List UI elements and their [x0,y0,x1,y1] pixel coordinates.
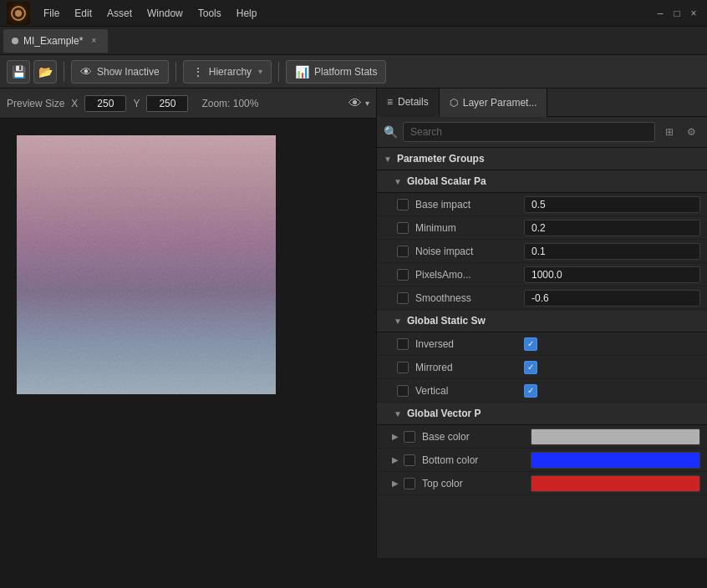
bottom-color-label: Bottom color [422,454,531,466]
preview-y-input[interactable] [146,95,188,112]
noise-impact-label: Noise impact [415,246,524,257]
property-row-pixels-amount: PixelsAmo... 1000.0 [377,263,707,286]
noise-impact-value[interactable]: 0.1 [524,243,700,260]
vertical-value-checkbox[interactable] [524,384,537,398]
top-color-checkbox[interactable] [404,478,415,489]
minimum-checkbox[interactable] [397,222,409,234]
show-inactive-label: Show Inactive [97,66,160,78]
section-global-vector[interactable]: ▼ Global Vector P [377,403,707,425]
menu-tools[interactable]: Tools [191,6,228,21]
top-color-label: Top color [422,478,531,489]
smoothness-value[interactable]: -0.6 [524,290,700,307]
menu-window[interactable]: Window [140,6,190,21]
tab-layer-params[interactable]: ⬡ Layer Paramet... [440,89,548,117]
bottom-color-swatch[interactable] [531,452,700,469]
menu-file[interactable]: File [37,6,66,21]
bottom-color-expand-button[interactable]: ▶ [390,455,400,465]
property-row-smoothness: Smoothness -0.6 [377,286,707,310]
inversed-label: Inversed [415,338,524,350]
menu-edit[interactable]: Edit [68,6,99,21]
search-icons: ⊞ ⚙ [660,123,700,141]
maximize-button[interactable]: □ [670,7,684,20]
mirrored-checkbox[interactable] [397,362,409,373]
menu-help[interactable]: Help [230,6,264,21]
top-color-expand-button[interactable]: ▶ [390,479,400,489]
global-scalar-arrow-icon: ▼ [394,177,402,186]
base-color-swatch[interactable] [531,428,700,445]
minimum-label: Minimum [415,222,524,234]
global-static-arrow-icon: ▼ [394,317,402,326]
base-color-checkbox[interactable] [404,431,415,443]
search-input[interactable] [403,122,655,142]
view-toggle-button[interactable]: ⊞ [660,123,679,141]
properties-scroll[interactable]: ▼ Parameter Groups ▼ Global Scalar Pa Ba… [377,148,707,558]
section-parameter-groups[interactable]: ▼ Parameter Groups [377,148,707,170]
minimum-value[interactable]: 0.2 [524,220,700,236]
title-bar-controls: – □ × [654,7,700,20]
mirrored-label: Mirrored [415,362,524,373]
noise-impact-text: 0.1 [532,246,693,257]
search-icon: 🔍 [384,125,398,139]
property-row-bottom-color: ▶ Bottom color [377,449,707,472]
section-arrow-icon: ▼ [384,155,392,164]
preview-canvas [0,119,376,558]
section-global-static[interactable]: ▼ Global Static Sw [377,310,707,332]
hierarchy-button[interactable]: ⋮ Hierarchy ▾ [183,60,272,84]
global-scalar-label: Global Scalar Pa [407,175,486,187]
base-color-expand-button[interactable]: ▶ [390,432,400,442]
bottom-color-checkbox[interactable] [404,454,415,466]
minimize-button[interactable]: – [654,7,667,20]
toolbar-separator-2 [175,62,176,82]
top-color-swatch[interactable] [531,475,700,492]
inversed-checkbox[interactable] [397,338,409,350]
svg-point-1 [15,10,22,17]
global-vector-arrow-icon: ▼ [394,409,402,418]
zoom-label: Zoom: 100% [201,98,258,109]
property-row-top-color: ▶ Top color [377,472,707,495]
eye-icon: 👁 [348,96,362,111]
hierarchy-arrow-icon: ▾ [258,67,262,76]
tab-details[interactable]: ≡ Details [377,89,440,117]
tab-dot [12,38,18,44]
mirrored-value-checkbox[interactable] [524,361,537,374]
close-button[interactable]: × [687,7,700,20]
property-row-vertical: Vertical [377,379,707,403]
open-button[interactable]: 📂 [33,60,57,84]
settings-button[interactable]: ⚙ [682,123,700,141]
noise-impact-checkbox[interactable] [397,246,409,257]
platform-stats-button[interactable]: 📊 Platform Stats [286,60,386,84]
inversed-value-checkbox[interactable] [524,337,537,351]
title-bar: File Edit Asset Window Tools Help – □ × [0,0,707,27]
save-icon: 💾 [12,65,26,79]
preview-area: Preview Size X Y Zoom: 100% 👁 ▾ [0,89,376,558]
tab-mi-example[interactable]: MI_Example* × [3,29,108,53]
property-row-minimum: Minimum 0.2 [377,216,707,240]
details-tab-icon: ≡ [387,96,393,108]
pixels-amount-checkbox[interactable] [397,269,409,281]
base-impact-value[interactable]: 0.5 [524,196,700,213]
open-icon: 📂 [38,65,53,79]
pixels-amount-value[interactable]: 1000.0 [524,266,700,283]
smoothness-checkbox[interactable] [397,292,409,304]
toolbar: 💾 📂 👁 Show Inactive ⋮ Hierarchy ▾ 📊 Plat… [0,55,707,89]
section-parameter-groups-label: Parameter Groups [397,153,485,165]
preview-x-input[interactable] [84,95,126,112]
base-impact-text: 0.5 [532,199,693,210]
vertical-checkbox[interactable] [397,385,409,397]
app-logo [7,2,30,25]
tab-bar: MI_Example* × [0,27,707,55]
layer-params-tab-icon: ⬡ [450,97,458,109]
details-tabs: ≡ Details ⬡ Layer Paramet... [377,89,707,117]
y-label: Y [133,98,140,109]
menu-asset[interactable]: Asset [100,6,139,21]
save-button[interactable]: 💾 [7,60,30,84]
section-global-scalar[interactable]: ▼ Global Scalar Pa [377,170,707,193]
show-inactive-icon: 👁 [80,65,92,79]
tab-close-button[interactable]: × [88,35,99,47]
hierarchy-label: Hierarchy [209,66,252,78]
show-inactive-button[interactable]: 👁 Show Inactive [71,60,169,84]
eye-dropdown-icon: ▾ [365,99,369,108]
eye-button[interactable]: 👁 ▾ [348,96,369,111]
base-impact-checkbox[interactable] [397,199,409,210]
main-content: Preview Size X Y Zoom: 100% 👁 ▾ ≡ Detail… [0,89,707,558]
